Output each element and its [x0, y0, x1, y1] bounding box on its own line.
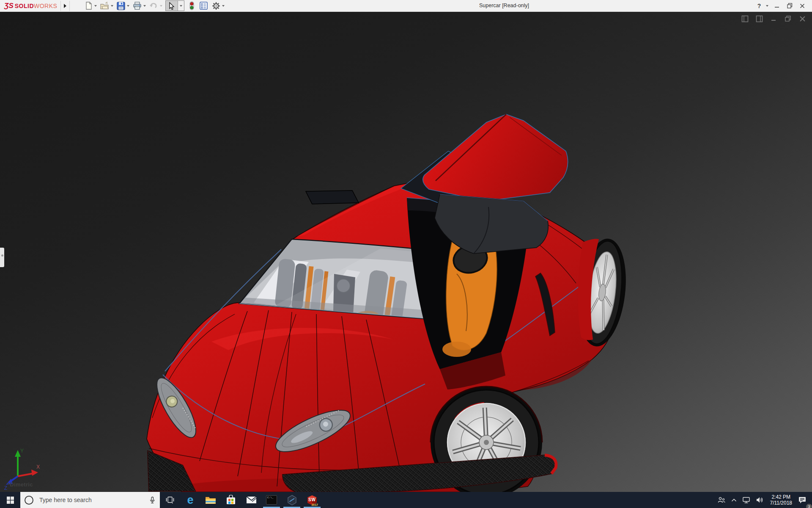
taskbar-item-solidworks[interactable]: SW 2017: [302, 492, 322, 508]
close-button[interactable]: [796, 1, 809, 11]
search-input[interactable]: [38, 496, 149, 504]
display-pane-button[interactable]: [755, 15, 763, 22]
save-button[interactable]: [115, 1, 126, 11]
print-button[interactable]: [132, 1, 143, 11]
undo-button[interactable]: [148, 1, 159, 11]
people-icon: [718, 497, 725, 503]
notification-badge: 3: [806, 504, 812, 508]
restore-button[interactable]: [783, 1, 796, 11]
minimize-button[interactable]: [771, 1, 783, 11]
x-axis-arrow: [31, 469, 38, 476]
undo-dropdown[interactable]: [160, 5, 162, 7]
new-document-icon: [85, 2, 93, 10]
doc-close-button[interactable]: [798, 15, 806, 22]
menu-flyout-button[interactable]: [60, 1, 70, 11]
clock-date: 7/11/2018: [770, 500, 793, 506]
help-button[interactable]: ?: [753, 1, 765, 11]
tray-overflow-button[interactable]: [728, 492, 740, 508]
new-document-dropdown[interactable]: [94, 5, 97, 7]
solidworks-logo-glyph: ƷS: [4, 2, 14, 10]
save-icon: [117, 2, 125, 10]
mail-icon: [246, 496, 257, 504]
taskbar: e C:\_: [0, 492, 812, 508]
system-tray: 2:42 PM 7/11/2018 3: [715, 492, 812, 508]
taskbar-item-mail[interactable]: [241, 492, 261, 508]
taskbar-item-edge[interactable]: e: [180, 492, 200, 508]
select-tool-dropdown[interactable]: [178, 1, 184, 11]
y-axis-arrow: [15, 450, 21, 457]
feature-tree-collapsed-tab[interactable]: [0, 248, 4, 267]
task-view-button[interactable]: [160, 492, 180, 508]
windows-logo-icon: [7, 497, 14, 504]
edge-icon: e: [187, 494, 193, 506]
store-icon: [226, 495, 236, 505]
open-icon: [100, 2, 109, 10]
microphone-icon[interactable]: [149, 497, 156, 504]
network-icon: [743, 497, 750, 503]
options-gear-icon: [212, 2, 220, 10]
window-controls: ?: [753, 1, 812, 11]
select-tool-group: [165, 0, 184, 11]
open-button[interactable]: [99, 1, 110, 11]
restore-icon: [787, 3, 793, 8]
rebuild-button[interactable]: [188, 1, 196, 11]
help-label: ?: [757, 3, 761, 9]
taskbar-item-command-prompt[interactable]: C:\_: [261, 492, 282, 508]
solidworks-logo-bold: SOLID: [15, 3, 34, 9]
traffic-light-icon: [189, 1, 195, 10]
print-icon: [133, 2, 142, 10]
file-properties-button[interactable]: [198, 1, 209, 11]
taskbar-item-store[interactable]: [221, 492, 241, 508]
action-center-icon: [798, 497, 807, 504]
select-caret-icon: [180, 5, 182, 7]
help-dropdown[interactable]: [766, 5, 768, 7]
clock[interactable]: 2:42 PM 7/11/2018: [767, 494, 796, 506]
task-view-icon: [166, 496, 174, 504]
solidworks-letters: SW: [306, 497, 318, 502]
volume-button[interactable]: [753, 492, 767, 508]
y-axis-label: Y: [20, 448, 24, 454]
command-prompt-label: C:\_: [267, 496, 273, 499]
tab-grip-dot: [1, 254, 3, 257]
doc-minimize-button[interactable]: [770, 15, 777, 22]
print-dropdown[interactable]: [143, 5, 146, 7]
network-button[interactable]: [740, 492, 753, 508]
select-cursor-icon: [168, 2, 175, 10]
taskbar-item-file-explorer[interactable]: [200, 492, 221, 508]
file-properties-icon: [200, 2, 208, 10]
start-button[interactable]: [0, 492, 20, 508]
clock-time: 2:42 PM: [770, 494, 793, 500]
new-document-button[interactable]: [83, 1, 94, 11]
featuremanager-pane-button[interactable]: [741, 15, 749, 22]
z-axis-label: Z: [4, 485, 7, 491]
options-dropdown[interactable]: [222, 5, 225, 7]
save-dropdown[interactable]: [127, 5, 129, 7]
people-button[interactable]: [715, 492, 728, 508]
select-tool-button[interactable]: [166, 1, 178, 11]
flyout-arrow-icon: [64, 4, 66, 8]
options-button[interactable]: [211, 1, 222, 11]
document-title: Supercar [Read-only]: [479, 3, 529, 8]
action-center-button[interactable]: 3: [796, 492, 809, 508]
hexagon-app-icon: [287, 495, 297, 505]
taskbar-item-hexagon-app[interactable]: [282, 492, 302, 508]
car-model[interactable]: [0, 11, 812, 492]
minimize-icon: [774, 3, 779, 8]
doc-restore-button[interactable]: [784, 15, 792, 22]
graphics-area[interactable]: X Y Z *Dimetric: [0, 11, 812, 492]
title-bar: ƷS SOLID WORKS: [0, 0, 812, 12]
solidworks-year: 2017: [311, 503, 318, 506]
roof-panel[interactable]: [306, 190, 359, 204]
document-window-controls: [741, 15, 806, 22]
close-icon: [800, 3, 805, 8]
speaker-icon: [756, 497, 764, 503]
chevron-up-icon: [731, 498, 737, 502]
command-prompt-icon: C:\_: [266, 495, 277, 505]
solidworks-logo: ƷS SOLID WORKS: [0, 2, 60, 10]
quick-access-toolbar: [83, 0, 227, 11]
taskbar-search[interactable]: [20, 492, 160, 508]
file-explorer-icon: [205, 496, 216, 505]
undo-icon: [149, 2, 158, 10]
open-dropdown[interactable]: [111, 5, 113, 7]
cortana-icon: [25, 496, 33, 505]
